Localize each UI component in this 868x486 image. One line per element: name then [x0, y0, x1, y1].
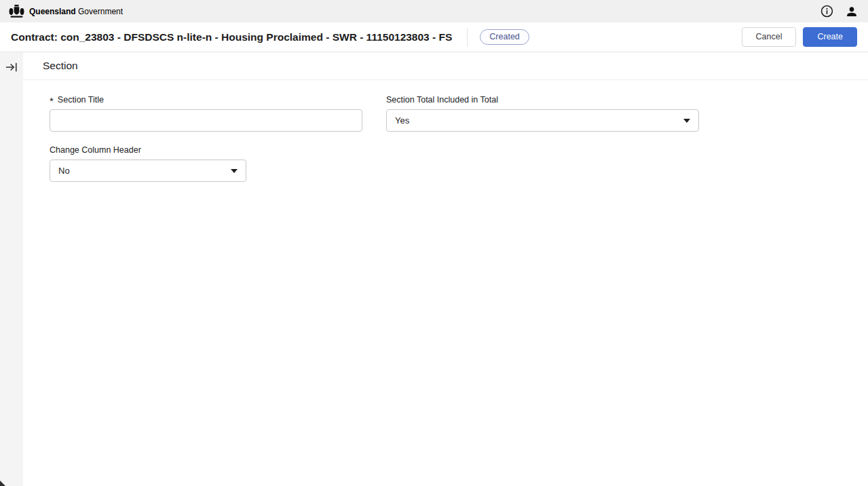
content-area: Section * Section Title Section Total In… [0, 52, 868, 486]
required-marker: * [50, 98, 54, 105]
contract-title: Contract: con_23803 - DFSDSCS n-lite-n -… [11, 31, 452, 43]
info-icon[interactable] [820, 5, 833, 18]
section-title-label: * Section Title [50, 95, 362, 105]
section-panel: Section * Section Title Section Total In… [23, 52, 868, 486]
queensland-government-logo[interactable]: Queensland Government [8, 4, 123, 18]
status-badge: Created [480, 29, 529, 45]
section-form: * Section Title Section Total Included i… [23, 80, 868, 182]
collapsed-sidebar [0, 52, 23, 486]
user-icon[interactable] [845, 5, 858, 18]
brand-name-bold: Queensland [29, 7, 76, 16]
field-section-title: * Section Title [50, 95, 362, 132]
coat-of-arms-icon [8, 4, 25, 18]
section-title-input[interactable] [50, 109, 362, 132]
field-section-total-included: Section Total Included in Total Yes [386, 95, 699, 132]
top-bar: Queensland Government [0, 0, 868, 22]
resize-corner [0, 481, 5, 486]
top-bar-actions [820, 5, 858, 18]
form-row: Change Column Header No [50, 145, 868, 182]
brand-text: Queensland Government [29, 7, 123, 16]
form-row: * Section Title Section Total Included i… [50, 95, 868, 132]
change-column-header-label: Change Column Header [50, 145, 246, 155]
section-total-included-value: Yes [395, 115, 409, 126]
chevron-down-icon [683, 119, 690, 123]
create-button[interactable]: Create [803, 27, 857, 47]
title-badge-divider [467, 28, 468, 47]
change-column-header-label-text: Change Column Header [50, 145, 141, 155]
section-total-included-label-text: Section Total Included in Total [386, 95, 498, 105]
section-total-included-label: Section Total Included in Total [386, 95, 699, 105]
field-change-column-header: Change Column Header No [50, 145, 246, 182]
chevron-down-icon [231, 169, 238, 173]
cancel-button[interactable]: Cancel [742, 27, 797, 47]
section-total-included-select[interactable]: Yes [386, 109, 699, 132]
contract-header-bar: Contract: con_23803 - DFSDSCS n-lite-n -… [0, 22, 868, 52]
expand-panel-icon[interactable] [5, 62, 18, 74]
change-column-header-value: No [58, 166, 70, 176]
section-title-label-text: Section Title [58, 95, 104, 105]
page-title: Section [43, 60, 78, 72]
brand-name-regular: Government [78, 7, 123, 16]
change-column-header-select[interactable]: No [50, 160, 246, 182]
panel-header: Section [23, 52, 868, 80]
